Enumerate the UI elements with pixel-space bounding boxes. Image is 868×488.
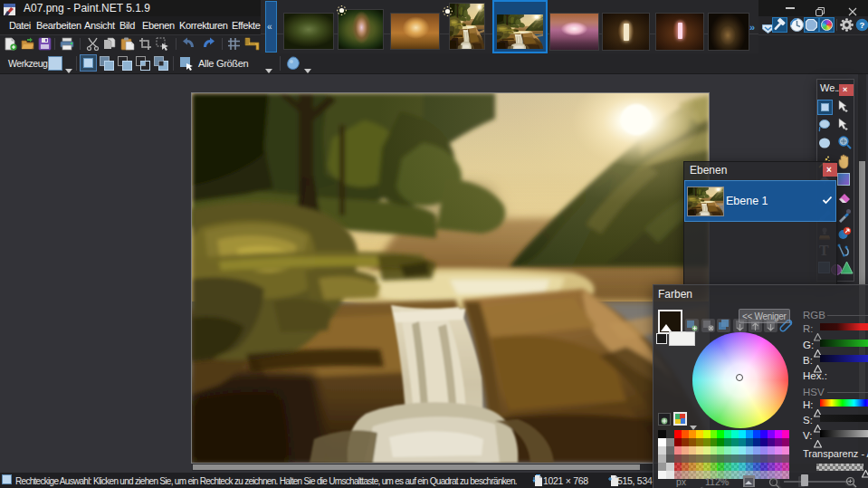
svg-text:?: ? bbox=[860, 20, 865, 30]
